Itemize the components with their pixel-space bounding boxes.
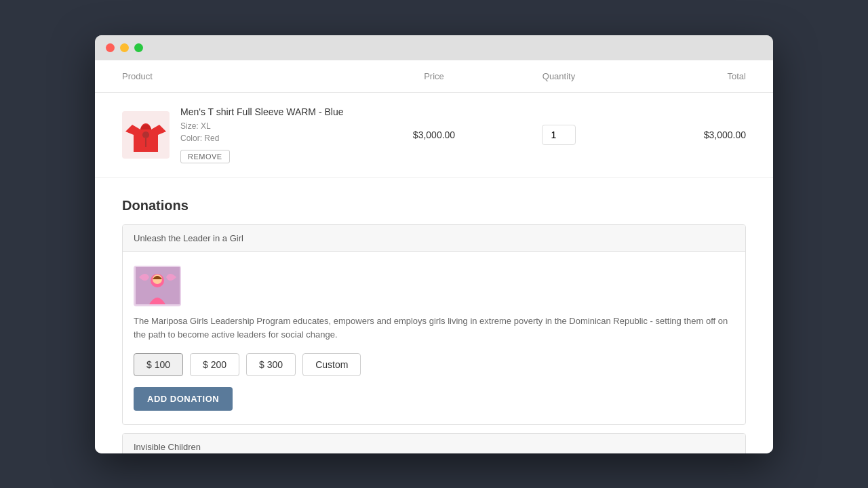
product-total: $3,000.00 (621, 129, 746, 140)
browser-window: Product Price Quantity Total (95, 35, 773, 453)
remove-button[interactable]: REMOVE (180, 150, 230, 163)
table-header: Product Price Quantity Total (95, 60, 773, 93)
tshirt-icon (125, 115, 166, 155)
donation-card-header-1: Unleash the Leader in a Girl (123, 225, 745, 252)
svg-point-0 (142, 131, 149, 138)
product-name: Men's T shirt Full Sleeve WARM - Blue (180, 106, 343, 117)
col-quantity: Quantity (496, 71, 621, 81)
donation-description: The Mariposa Girls Leadership Program ed… (134, 314, 734, 343)
cart-item-row: Men's T shirt Full Sleeve WARM - Blue Si… (95, 93, 773, 178)
product-image (122, 111, 170, 159)
donation-amounts: $ 100 $ 200 $ 300 Custom (134, 353, 734, 376)
donations-title: Donations (122, 198, 746, 214)
minimize-dot[interactable] (120, 43, 129, 52)
product-price: $3,000.00 (372, 129, 496, 140)
product-color: Color: Red (180, 132, 343, 144)
content-area: Product Price Quantity Total (95, 60, 773, 453)
donations-section: Donations Unleash the Leader in a Girl (95, 178, 773, 453)
col-total: Total (621, 71, 746, 81)
donation-card-1: Unleash the Leader in a Girl (122, 224, 746, 426)
product-details: Men's T shirt Full Sleeve WARM - Blue Si… (180, 106, 343, 163)
donation-image (134, 266, 181, 306)
donation-card-2: Invisible Children (122, 433, 746, 453)
product-quantity (496, 125, 621, 145)
col-price: Price (372, 71, 496, 81)
col-product: Product (122, 71, 372, 81)
amount-300-button[interactable]: $ 300 (246, 353, 296, 376)
close-dot[interactable] (106, 43, 115, 52)
product-size: Size: XL (180, 120, 343, 132)
donation-card-header-2: Invisible Children (123, 434, 745, 453)
donation-card-body-1: The Mariposa Girls Leadership Program ed… (123, 252, 745, 425)
product-info: Men's T shirt Full Sleeve WARM - Blue Si… (122, 106, 372, 163)
quantity-input[interactable] (542, 125, 576, 145)
add-donation-button[interactable]: ADD DONATION (134, 387, 233, 411)
donation-thumbnail (136, 267, 180, 304)
titlebar (95, 35, 773, 60)
amount-200-button[interactable]: $ 200 (190, 353, 239, 376)
amount-custom-button[interactable]: Custom (302, 353, 361, 376)
maximize-dot[interactable] (134, 43, 143, 52)
amount-100-button[interactable]: $ 100 (134, 353, 183, 376)
